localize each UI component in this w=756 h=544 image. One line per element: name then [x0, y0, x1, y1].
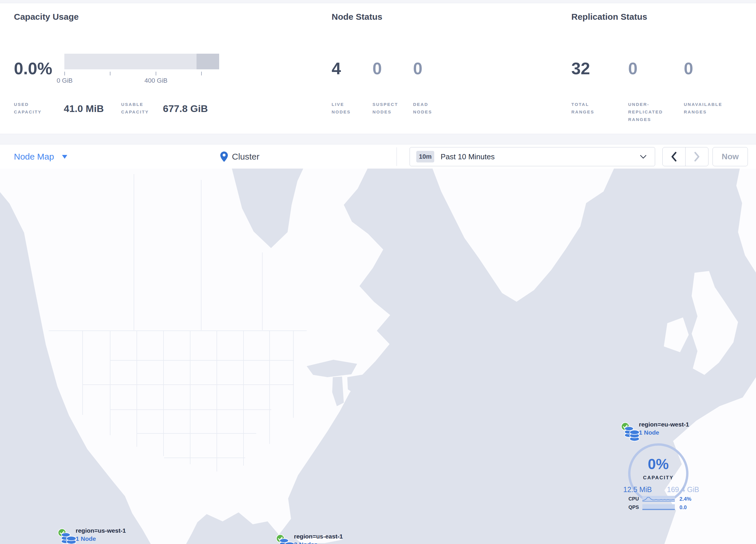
region-name: region=us-west-1 [76, 527, 126, 534]
region-node-count-link[interactable]: 2 Nodes [294, 541, 318, 544]
capacity-tick [201, 72, 202, 75]
capacity-tick [110, 72, 110, 75]
cluster-summary-panel: Capacity Usage 0.0% 0 GiB 400 GiB USED C… [0, 3, 756, 134]
qps-value: 0.0 [679, 505, 687, 511]
chevron-left-icon [671, 152, 677, 162]
qps-label: QPS [623, 505, 639, 510]
replication-status-title: Replication Status [571, 12, 647, 22]
used-capacity-label: USED CAPACITY [14, 101, 42, 116]
chevron-down-icon [639, 154, 647, 159]
live-nodes-count: 4 [332, 60, 341, 77]
usable-capacity-label: USABLE CAPACITY [121, 101, 149, 116]
time-prev-button[interactable] [663, 147, 686, 166]
capacity-tick-label-400: 400 GiB [139, 77, 173, 84]
map-pin-icon [220, 151, 228, 162]
unavailable-ranges-label: UNAVAILABLE RANGES [684, 101, 722, 116]
region-node-count-link[interactable]: 1 Node [639, 429, 659, 436]
time-range-dropdown[interactable]: 10m Past 10 Minutes [410, 147, 655, 166]
live-nodes-label: LIVE NODES [332, 101, 351, 116]
unavailable-ranges-count: 0 [684, 60, 693, 77]
capacity-tick-label-0: 0 GiB [47, 77, 82, 84]
view-selector-label: Node Map [14, 152, 54, 162]
database-stack-icon [624, 426, 640, 442]
total-ranges-count: 32 [571, 60, 590, 77]
breadcrumb-cluster: Cluster [232, 152, 259, 162]
capacity-usage-bar [64, 54, 219, 69]
time-next-button[interactable] [686, 147, 708, 166]
dead-nodes-count: 0 [413, 60, 422, 77]
map-toolbar: Node Map Cluster 10m Past 10 Minutes Now [0, 144, 756, 169]
region-capacity-label: CAPACITY [629, 475, 687, 481]
usable-capacity-value: 677.8 GiB [163, 103, 208, 114]
region-cpu-row: CPU 2.4% [620, 496, 704, 502]
node-status-title: Node Status [332, 12, 382, 22]
database-stack-icon [279, 538, 295, 544]
time-range-badge: 10m [416, 151, 434, 162]
cpu-label: CPU [623, 496, 639, 502]
chevron-down-icon [62, 155, 67, 159]
dead-nodes-label: DEAD NODES [413, 101, 432, 116]
cpu-value: 2.4% [679, 496, 691, 502]
capacity-bar-reserved-segment [197, 54, 219, 69]
region-capacity-values: 12.5 MiB 169.4 GiB [623, 485, 699, 494]
region-name: region=eu-west-1 [639, 421, 689, 428]
under-replicated-ranges-count: 0 [628, 60, 637, 77]
total-ranges-label: TOTAL RANGES [571, 101, 594, 116]
region-node-count-link[interactable]: 1 Node [76, 535, 96, 542]
region-capacity-percent: 0% [629, 456, 687, 473]
time-range-label: Past 10 Minutes [441, 147, 495, 166]
toolbar-divider [397, 147, 397, 166]
region-total-capacity: 169.4 GiB [667, 485, 699, 494]
under-replicated-ranges-label: UNDER- REPLICATED RANGES [628, 101, 663, 123]
suspect-nodes-count: 0 [372, 60, 382, 77]
region-qps-row: QPS 0.0 [620, 504, 704, 511]
cpu-sparkline [642, 496, 675, 502]
capacity-usage-title: Capacity Usage [14, 12, 79, 22]
suspect-nodes-label: SUSPECT NODES [372, 101, 398, 116]
used-capacity-value: 41.0 MiB [64, 103, 104, 114]
now-button[interactable]: Now [713, 147, 748, 166]
database-stack-icon [61, 532, 77, 544]
view-selector-dropdown[interactable]: Node Map [14, 144, 67, 169]
capacity-tick [156, 72, 156, 75]
breadcrumb[interactable]: Cluster [220, 144, 259, 169]
chevron-right-icon [694, 152, 700, 162]
region-marker-us-west-1[interactable]: region=us-west-1 1 Node 0% CAPACITY 12.2… [57, 526, 141, 544]
qps-sparkline [642, 504, 675, 510]
region-used-capacity: 12.5 MiB [623, 485, 652, 494]
region-marker-eu-west-1[interactable]: region=eu-west-1 1 Node 0% CAPACITY 12.5… [620, 420, 704, 516]
time-step-buttons [662, 147, 708, 166]
capacity-percent: 0.0% [14, 60, 52, 77]
region-marker-us-east-1[interactable]: region=us-east-1 2 Nodes 0% CAPACITY 16.… [275, 532, 359, 544]
capacity-tick [64, 72, 65, 75]
node-map[interactable]: region=us-west-1 1 Node 0% CAPACITY 12.2… [0, 168, 756, 544]
region-name: region=us-east-1 [294, 533, 343, 540]
